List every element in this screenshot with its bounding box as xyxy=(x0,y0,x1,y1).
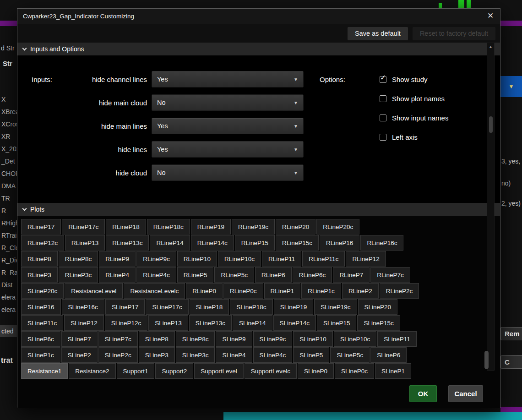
plot-tab-slinep8c[interactable]: SLineP8c xyxy=(176,331,215,347)
plot-tab-slinep3[interactable]: SLineP3 xyxy=(139,347,175,363)
plot-tab-resistancelevel[interactable]: ResistanceLevel xyxy=(65,283,123,299)
plot-tab-rlinep9[interactable]: RLineP9 xyxy=(99,251,136,267)
plot-tab-rlinep1[interactable]: RLineP1 xyxy=(264,283,301,299)
plot-tab-support2[interactable]: Support2 xyxy=(155,363,193,379)
plot-tab-rlinep3c[interactable]: RLineP3c xyxy=(59,267,98,283)
plot-tab-slinep5c[interactable]: SLineP5c xyxy=(330,347,370,363)
plot-tab-resistancelevelc[interactable]: ResistanceLevelc xyxy=(124,283,185,299)
plot-tab-slinep6[interactable]: SLineP6 xyxy=(370,347,407,363)
plot-tab-slinep19[interactable]: SLineP19 xyxy=(274,299,314,315)
plot-tab-rlinep4[interactable]: RLineP4 xyxy=(99,267,136,283)
reset-to-factory-default-button[interactable]: Reset to factory default xyxy=(413,27,495,40)
plot-tab-rlinep19[interactable]: RLineP19 xyxy=(191,219,231,235)
dialog-titlebar[interactable]: Cwparker23_Gap_Indicator Customizing ✕ xyxy=(17,9,500,24)
background-blue-button[interactable]: ▼ xyxy=(500,76,522,97)
plot-tab-slinep19c[interactable]: SLineP19c xyxy=(314,299,357,315)
plot-tab-rlinep2[interactable]: RLineP2 xyxy=(342,283,379,299)
plot-tab-slinep3c[interactable]: SLineP3c xyxy=(176,347,215,363)
plot-tab-slinep12[interactable]: SLineP12 xyxy=(64,315,104,331)
plot-tab-slinep1[interactable]: SLineP1 xyxy=(375,363,411,379)
plot-tab-rlinep12c[interactable]: RLineP12c xyxy=(21,235,64,251)
plot-tab-slinep0c[interactable]: SLineP0c xyxy=(335,363,374,379)
plot-tab-support1[interactable]: Support1 xyxy=(117,363,155,379)
dialog-scrollbar[interactable]: ▲ xyxy=(487,43,495,371)
plot-tab-rlinep17c[interactable]: RLineP17c xyxy=(62,219,105,235)
inputs-and-options-section-header[interactable]: Inputs and Options xyxy=(17,43,500,55)
scroll-up-icon[interactable]: ▲ xyxy=(487,44,494,49)
background-button-clipped[interactable]: C xyxy=(500,355,522,369)
plot-tab-rlinep16c[interactable]: RLineP16c xyxy=(360,235,403,251)
plot-tab-rlinep5[interactable]: RLineP5 xyxy=(177,267,214,283)
plot-tab-rlinep8c[interactable]: RLineP8c xyxy=(59,251,98,267)
plot-tab-slinep16[interactable]: SLineP16 xyxy=(21,299,61,315)
plot-tab-rlinep16[interactable]: RLineP16 xyxy=(320,235,359,251)
plot-tab-slinep14[interactable]: SLineP14 xyxy=(233,315,272,331)
checkbox-left-axis[interactable]: Left axis xyxy=(380,131,448,143)
plot-tab-rlinep14c[interactable]: RLineP14c xyxy=(191,235,234,251)
plots-section-header[interactable]: Plots xyxy=(17,203,500,216)
plot-tab-slinep11[interactable]: SLineP11 xyxy=(377,331,417,347)
plot-tab-slinep14c[interactable]: SLineP14c xyxy=(273,315,316,331)
cancel-button[interactable]: Cancel xyxy=(448,385,483,402)
plot-tab-rlinep17[interactable]: RLineP17 xyxy=(21,219,61,235)
checkbox-show-plot-names[interactable]: Show plot names xyxy=(380,92,448,105)
plot-tab-supportlevelc[interactable]: SupportLevelc xyxy=(245,363,297,379)
plot-tab-slinep10c[interactable]: SLineP10c xyxy=(334,331,376,347)
plot-tab-slinep4c[interactable]: SLineP4c xyxy=(253,347,293,363)
plot-tab-rlinep9c[interactable]: RLineP9c xyxy=(136,251,176,267)
plot-tab-rlinep3[interactable]: RLineP3 xyxy=(21,267,58,283)
plot-tab-rlinep0[interactable]: RLineP0 xyxy=(186,283,223,299)
plot-tab-slinep12c[interactable]: SLineP12c xyxy=(105,315,147,331)
plot-tab-slinep6c[interactable]: SLineP6c xyxy=(21,331,60,347)
plot-tab-rlinep7c[interactable]: RLineP7c xyxy=(370,267,410,283)
ok-button[interactable]: OK xyxy=(409,385,437,402)
dropdown-hide-cloud[interactable]: No ▼ xyxy=(152,164,304,181)
plot-tab-rlinep6[interactable]: RLineP6 xyxy=(255,267,292,283)
plot-tab-rlinep1c[interactable]: RLineP1c xyxy=(301,283,341,299)
plot-tab-slinep15c[interactable]: SLineP15c xyxy=(357,315,400,331)
close-icon[interactable]: ✕ xyxy=(481,9,500,24)
plot-tab-rlinep13[interactable]: RLineP13 xyxy=(65,235,105,251)
dropdown-hide-main-cloud[interactable]: No ▼ xyxy=(152,94,304,111)
plot-tab-slinep9[interactable]: SLineP9 xyxy=(216,331,252,347)
plot-tab-slinep1c[interactable]: SLineP1c xyxy=(21,347,60,363)
scrollbar-thumb[interactable] xyxy=(489,116,493,133)
plot-tab-slinep10[interactable]: SLineP10 xyxy=(293,331,333,347)
plot-tab-slinep2c[interactable]: SLineP2c xyxy=(98,347,138,363)
plot-tab-rlinep10c[interactable]: RLineP10c xyxy=(218,251,261,267)
plot-tab-slinep13c[interactable]: SLineP13c xyxy=(189,315,232,331)
plot-tab-slinep13[interactable]: SLineP13 xyxy=(148,315,188,331)
plot-tab-rlinep20c[interactable]: RLineP20c xyxy=(316,219,359,235)
plot-tab-rlinep20[interactable]: RLineP20 xyxy=(276,219,315,235)
plot-tab-slinep20c[interactable]: SLineP20c xyxy=(21,283,64,299)
plot-tab-supportlevel[interactable]: SupportLevel xyxy=(194,363,244,379)
plots-scrollbar-thumb[interactable] xyxy=(484,351,489,369)
plot-tab-slinep18c[interactable]: SLineP18c xyxy=(230,299,272,315)
plot-tab-rlinep13c[interactable]: RLineP13c xyxy=(106,235,149,251)
plot-tab-rlinep8[interactable]: RLineP8 xyxy=(21,251,58,267)
plot-tab-slinep17[interactable]: SLineP17 xyxy=(105,299,145,315)
dropdown-hide-lines[interactable]: Yes ▼ xyxy=(152,141,304,158)
plot-tab-rlinep18[interactable]: RLineP18 xyxy=(106,219,146,235)
checkbox-show-study[interactable]: ✓ Show study xyxy=(380,73,448,86)
plot-tab-slinep2[interactable]: SLineP2 xyxy=(61,347,98,363)
checkbox-show-input-names[interactable]: Show input names xyxy=(380,111,448,124)
dropdown-hide-channel-lines[interactable]: Yes ▼ xyxy=(152,71,304,87)
plot-tab-rlinep4c[interactable]: RLineP4c xyxy=(136,267,176,283)
dropdown-hide-main-lines[interactable]: Yes ▼ xyxy=(152,118,304,134)
plot-tab-slinep7[interactable]: SLineP7 xyxy=(61,331,98,347)
plot-tab-rlinep7[interactable]: RLineP7 xyxy=(333,267,370,283)
plot-tab-rlinep15[interactable]: RLineP15 xyxy=(235,235,275,251)
plot-tab-rlinep0c[interactable]: RLineP0c xyxy=(223,283,263,299)
plot-tab-rlinep10[interactable]: RLineP10 xyxy=(177,251,217,267)
plot-tab-slinep17c[interactable]: SLineP17c xyxy=(146,299,188,315)
plot-tab-rlinep18c[interactable]: RLineP18c xyxy=(147,219,190,235)
plot-tab-slinep18[interactable]: SLineP18 xyxy=(190,299,229,315)
save-as-default-button[interactable]: Save as default xyxy=(348,27,408,40)
plot-tab-slinep5[interactable]: SLineP5 xyxy=(293,347,329,363)
plot-tab-slinep8[interactable]: SLineP8 xyxy=(139,331,175,347)
plot-tab-slinep0[interactable]: SLineP0 xyxy=(298,363,334,379)
plot-tab-slinep4[interactable]: SLineP4 xyxy=(216,347,252,363)
plot-tab-rlinep14[interactable]: RLineP14 xyxy=(150,235,190,251)
plot-tab-slinep16c[interactable]: SLineP16c xyxy=(62,299,104,315)
